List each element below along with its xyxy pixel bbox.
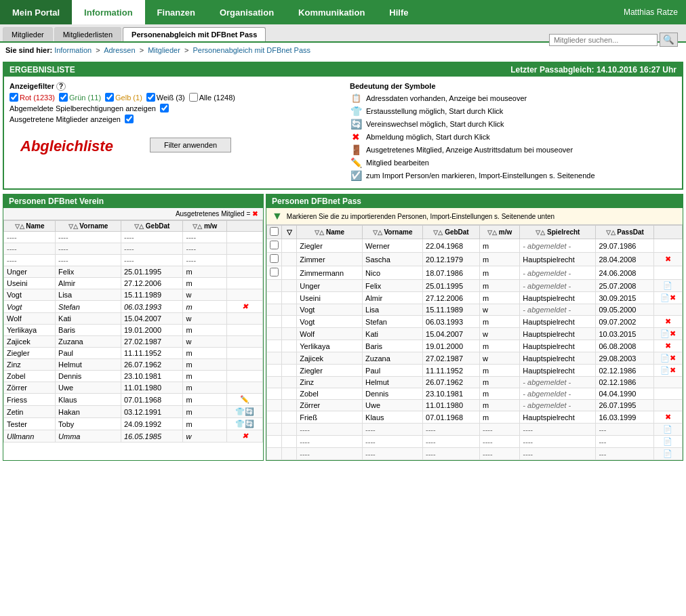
r-exit-icon[interactable]: ✖ xyxy=(670,293,676,302)
change-icon[interactable]: 🔄 xyxy=(245,407,254,415)
filter-rot-checkbox[interactable] xyxy=(9,93,18,102)
left-cell-gebdat: ---- xyxy=(121,243,183,255)
right-col-filter[interactable]: ▽ xyxy=(282,226,297,239)
row-checkbox[interactable] xyxy=(270,241,279,249)
right-cell-cb[interactable] xyxy=(267,352,282,365)
right-cell-mw: w xyxy=(480,328,520,340)
r-doc-icon[interactable]: 📄 xyxy=(663,449,672,457)
club-change-icon: 🔄 xyxy=(350,119,362,129)
shirt-icon[interactable]: 👕 xyxy=(235,419,245,428)
right-cell-cb[interactable] xyxy=(267,400,282,411)
right-cell-cb[interactable] xyxy=(267,365,282,377)
filter-weiss-checkbox[interactable] xyxy=(146,93,155,102)
right-cell-cb[interactable] xyxy=(267,448,282,460)
r-doc-icon[interactable]: 📄 xyxy=(663,281,672,289)
filter-gruen-checkbox[interactable] xyxy=(59,93,68,102)
right-panel-header: Personen DFBnet Pass xyxy=(266,194,683,208)
right-cell-icon: ✖ xyxy=(653,340,682,352)
subheader-text: Ausgetretenes Mitglied = xyxy=(176,210,252,218)
symbol-row-3: 🔄 Vereinswechsel möglich, Start durch Kl… xyxy=(350,119,677,129)
r-exit-icon[interactable]: ✖ xyxy=(670,354,676,362)
nav-finanzen[interactable]: Finanzen xyxy=(145,0,207,24)
search-input[interactable] xyxy=(549,34,658,46)
tab-personenabgleich[interactable]: Personenabgleich mit DFBnet Pass xyxy=(123,27,266,41)
filter-alle[interactable]: Alle (1248) xyxy=(189,93,235,102)
left-cell-name: Vogt xyxy=(4,301,56,313)
right-cell-cb[interactable] xyxy=(267,266,282,280)
right-cell-passdat: 06.08.2008 xyxy=(596,340,654,352)
left-cell-mw: m xyxy=(183,371,227,382)
left-cell-icon: ✖ xyxy=(227,430,263,443)
filter-ausgetreten-checkbox[interactable] xyxy=(125,115,134,123)
right-cell-passdat: 29.08.2003 xyxy=(596,352,654,365)
nav-mein-portal[interactable]: Mein Portal xyxy=(0,0,72,24)
search-button[interactable]: 🔍 xyxy=(660,33,678,47)
right-cell-cb[interactable] xyxy=(267,280,282,292)
right-cell-cb[interactable] xyxy=(267,377,282,388)
breadcrumb-link-adressen[interactable]: Adressen xyxy=(104,46,135,54)
breadcrumb-link-mitglieder[interactable]: Mitglieder xyxy=(148,46,180,54)
tab-mitglieder[interactable]: Mitglieder xyxy=(3,27,53,41)
row-checkbox[interactable] xyxy=(270,268,279,276)
right-cell-cb[interactable] xyxy=(267,411,282,424)
right-cell-mw: m xyxy=(480,280,520,292)
exit-icon[interactable]: ✖ xyxy=(242,432,248,440)
nav-organisation[interactable]: Organisation xyxy=(207,0,286,24)
address-icon: 📋 xyxy=(350,93,362,104)
filter-gelb-checkbox[interactable] xyxy=(105,93,114,102)
nav-kommunikation[interactable]: Kommunikation xyxy=(286,0,377,24)
right-cell-cb[interactable] xyxy=(267,239,282,253)
left-cell-vorname: Uwe xyxy=(56,382,121,394)
right-cell-cb[interactable] xyxy=(267,388,282,400)
nav-information[interactable]: Information xyxy=(72,0,145,24)
right-cell-cb[interactable] xyxy=(267,304,282,316)
r-doc-icon[interactable]: 📄 xyxy=(660,366,670,374)
change-icon[interactable]: 🔄 xyxy=(245,419,254,428)
right-cell-cb[interactable] xyxy=(267,292,282,304)
right-panel: Personen DFBnet Pass ▼ Markieren Sie die… xyxy=(266,194,683,461)
r-doc-icon[interactable]: 📄 xyxy=(663,425,672,433)
exit-icon[interactable]: ✖ xyxy=(242,302,248,310)
r-exit-icon[interactable]: ✖ xyxy=(670,329,676,337)
nav-hilfe[interactable]: Hilfe xyxy=(377,0,420,24)
filter-gruen[interactable]: Grün (11) xyxy=(59,93,101,102)
r-doc-icon[interactable]: 📄 xyxy=(660,293,670,302)
r-exit-icon[interactable]: ✖ xyxy=(665,413,671,421)
breadcrumb-link-personenabgleich[interactable]: Personenabgleich mit DFBnet Pass xyxy=(193,46,310,54)
left-cell-name: Useini xyxy=(4,278,56,289)
r-exit-icon[interactable]: ✖ xyxy=(670,366,676,374)
filter-alle-checkbox[interactable] xyxy=(189,93,198,102)
r-exit-icon[interactable]: ✖ xyxy=(665,342,671,350)
filter-rot[interactable]: Rot (1233) xyxy=(9,93,55,102)
r-exit-icon[interactable]: ✖ xyxy=(665,255,671,263)
filter-gelb[interactable]: Gelb (1) xyxy=(105,93,142,102)
right-cell-cb[interactable] xyxy=(267,340,282,352)
right-cell-cb[interactable] xyxy=(267,328,282,340)
r-doc-icon[interactable]: 📄 xyxy=(660,354,670,362)
right-cell-cb[interactable] xyxy=(267,253,282,266)
tab-mitgliederlisten[interactable]: Mitgliederlisten xyxy=(54,27,121,41)
right-cell-name: Zobel xyxy=(297,388,363,400)
right-cell-cb[interactable] xyxy=(267,316,282,328)
filter-apply-button[interactable]: Filter anwenden xyxy=(150,138,231,152)
right-cell-cb[interactable] xyxy=(267,424,282,436)
right-cell-cb[interactable] xyxy=(267,436,282,448)
symbol-row-4: ✖ Abmeldung möglich, Start durch Klick xyxy=(350,131,677,142)
left-cell-gebdat: 23.10.1981 xyxy=(121,371,183,382)
breadcrumb-link-information[interactable]: Information xyxy=(54,46,92,54)
r-exit-icon[interactable]: ✖ xyxy=(665,317,671,325)
left-cell-name: Ziegler xyxy=(4,348,56,359)
r-doc-icon[interactable]: 📄 xyxy=(663,437,672,445)
shirt-icon[interactable]: 👕 xyxy=(235,407,245,415)
r-doc-icon[interactable]: 📄 xyxy=(660,329,670,337)
symbol-text-4: Abmeldung möglich, Start durch Klick xyxy=(366,133,490,141)
left-cell-name: Yerlikaya xyxy=(4,325,56,336)
filter-abgemeldet-checkbox[interactable] xyxy=(160,104,169,112)
filter-weiss[interactable]: Weiß (3) xyxy=(146,93,185,102)
filter-help-icon[interactable]: ? xyxy=(56,82,66,91)
row-checkbox[interactable] xyxy=(270,254,279,263)
left-cell-vorname: Helmut xyxy=(56,359,121,371)
select-all-checkbox[interactable] xyxy=(270,227,279,236)
left-cell-gebdat: 25.01.1995 xyxy=(121,266,183,278)
edit-icon[interactable]: ✏️ xyxy=(240,395,249,403)
